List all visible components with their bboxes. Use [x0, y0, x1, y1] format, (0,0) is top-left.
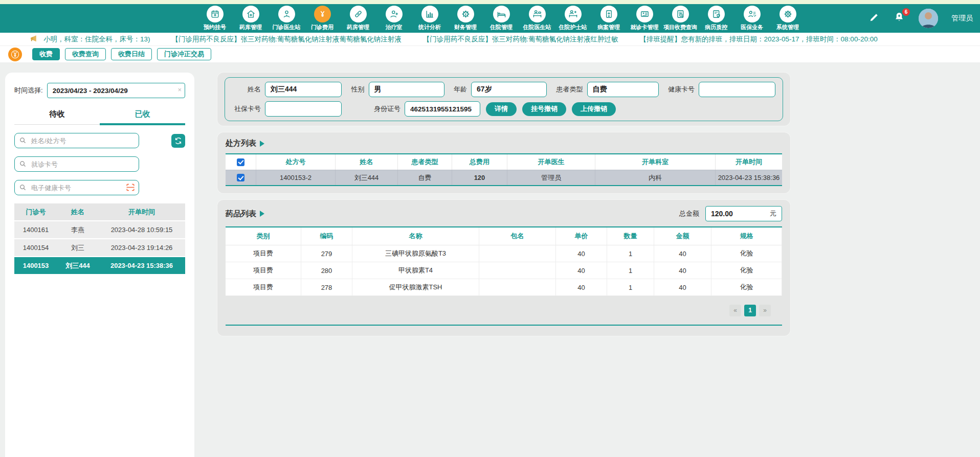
age-label: 年龄: [454, 85, 467, 94]
nav-item-2[interactable]: 药库管理: [233, 6, 269, 31]
age-field[interactable]: [471, 82, 547, 97]
nav-item-7[interactable]: 统计分析: [412, 6, 448, 31]
nav-item-16[interactable]: 医保业务: [734, 6, 770, 31]
date-range-input[interactable]: [47, 83, 185, 98]
scan-barcode-icon[interactable]: [126, 183, 135, 194]
social-card-field[interactable]: [265, 101, 342, 117]
nurse-bed-icon: [565, 6, 582, 22]
tab-pending[interactable]: 待收: [14, 105, 100, 124]
nav-item-14[interactable]: 项目收费查询: [662, 6, 698, 31]
notification-bell-icon[interactable]: 6: [893, 11, 905, 26]
prescription-row[interactable]: 1400153-2刘三444自费120管理员内科2023-04-23 15:38…: [226, 170, 782, 185]
select-all-checkbox[interactable]: [237, 158, 244, 166]
name-label: 姓名: [230, 85, 261, 94]
function-tab-4[interactable]: 门诊冲正交易: [157, 48, 211, 60]
search-visitcard-input[interactable]: [14, 156, 139, 172]
visit-col-header: 姓名: [57, 203, 98, 220]
nav-item-12[interactable]: 病案管理: [591, 6, 627, 31]
total-amount-label: 总金额: [679, 209, 699, 218]
nav-item-1[interactable]: 预约挂号: [197, 6, 233, 31]
edit-pencil-icon[interactable]: [868, 12, 880, 25]
search-icon: [19, 136, 27, 146]
nav-item-15[interactable]: 病历质控: [698, 6, 734, 31]
visit-row[interactable]: 1400153 刘三444 2023-04-23 15:38:36: [14, 256, 185, 274]
visit-table: 门诊号姓名开单时间 1400161 李燕 2023-04-28 10:59:15…: [14, 203, 185, 274]
pill-icon: [350, 6, 367, 22]
search-ehealth-input[interactable]: [14, 180, 139, 195]
gender-field[interactable]: [369, 82, 444, 97]
health-card-field[interactable]: [699, 82, 775, 97]
prescription-col-header: 开单医生: [507, 154, 595, 170]
nav-right: 6 管理员: [868, 9, 973, 28]
function-tab-2[interactable]: 收费查询: [65, 48, 106, 60]
drug-col-header: 规格: [711, 227, 782, 245]
drug-row[interactable]: 项目费278促甲状腺激素TSH40140化验: [226, 279, 782, 296]
detail-button[interactable]: 详情: [486, 102, 517, 116]
search-name-input[interactable]: [14, 133, 139, 148]
cancel-registration-button[interactable]: 挂号撤销: [522, 102, 566, 116]
drug-col-header: 数量: [607, 227, 654, 245]
prescription-table-head: 处方号姓名患者类型总费用开单医生开单科室开单时间: [226, 154, 782, 170]
drug-row[interactable]: 项目费279三碘甲状腺原氨酸T340140化验: [226, 245, 782, 262]
nav-item-10[interactable]: 住院医生站: [519, 6, 555, 31]
visit-row[interactable]: 1400154 刘三 2023-04-23 19:14:26: [14, 238, 185, 256]
date-clear-icon[interactable]: ×: [177, 86, 182, 93]
card-icon: [636, 6, 653, 22]
collection-tabs: 待收 已收: [14, 105, 185, 125]
function-tab-3[interactable]: 收费日结: [111, 48, 152, 60]
prescription-col-header: 开单科室: [595, 154, 716, 170]
prescription-col-header: 处方号: [256, 154, 336, 170]
bed-icon: [493, 6, 510, 22]
name-field[interactable]: [265, 82, 342, 97]
user-avatar[interactable]: [919, 9, 938, 28]
drug-col-header: 金额: [654, 227, 711, 245]
row-checkbox[interactable]: [237, 174, 244, 181]
function-tab-1[interactable]: 收费: [32, 48, 60, 60]
page-1-button[interactable]: 1: [744, 305, 756, 316]
notice-bar: 小明，科室：住院全科，床号：13) 【门诊用药不良反应】张三对药物:葡萄糖氯化钠…: [0, 33, 980, 46]
drug-col-header: 类别: [226, 227, 301, 245]
nav-item-5[interactable]: 药房管理: [340, 6, 376, 31]
nav-item-9[interactable]: 住院管理: [483, 6, 519, 31]
drug-table-head: 类别编码名称包名单价数量金额规格: [226, 227, 782, 245]
total-amount-field[interactable]: [711, 210, 762, 218]
drug-col-header: 单价: [556, 227, 607, 245]
user-name[interactable]: 管理员: [951, 14, 973, 23]
patient-type-field[interactable]: [587, 82, 659, 97]
select-all-cell: [226, 154, 256, 170]
id-number-field[interactable]: [405, 101, 480, 117]
gender-label: 性别: [351, 85, 365, 94]
health-card-label: 健康卡号: [668, 85, 695, 94]
nav-item-17[interactable]: 系统管理: [770, 6, 806, 31]
page-next-button[interactable]: »: [759, 305, 771, 316]
nav-item-3[interactable]: 门诊医生站: [269, 6, 304, 31]
main-area: 时间选择: × 待收 已收: [0, 62, 980, 457]
expand-triangle-icon[interactable]: [260, 141, 264, 147]
tab-received[interactable]: 已收: [100, 105, 185, 124]
prescription-col-header: 总费用: [452, 154, 507, 170]
nav-item-13[interactable]: 就诊卡管理: [627, 6, 662, 31]
nav-item-11[interactable]: 住院护士站: [555, 6, 591, 31]
refresh-button[interactable]: [171, 134, 185, 148]
function-tab-row: 收费收费查询收费日结门诊冲正交易: [0, 46, 980, 62]
chart-icon: [421, 6, 438, 22]
nav-item-8[interactable]: 财务管理: [448, 6, 483, 31]
nav-item-4[interactable]: 门诊费用: [304, 6, 340, 31]
top-strip: [0, 0, 980, 4]
page-prev-button[interactable]: «: [729, 305, 741, 316]
drug-row[interactable]: 项目费280甲状腺素T440140化验: [226, 262, 782, 279]
prescription-card: 处方列表 处方号姓名患者类型总费用开单医生开单科室开单时间 1400153-2刘…: [217, 132, 790, 193]
notice-schedule: 【排班提醒】您有新的排班，排班日期：2023-05-17，排班时间：08:00-…: [640, 35, 878, 44]
nav-item-6[interactable]: 治疗室: [376, 6, 412, 31]
expand-triangle-icon[interactable]: [260, 211, 264, 217]
drug-col-header: 名称: [352, 227, 479, 245]
file-shield-icon: [708, 6, 725, 22]
gear-yen-icon: [457, 6, 474, 22]
visit-table-rows: 1400161 李燕 2023-04-28 10:59:15 1400154 刘…: [14, 220, 185, 274]
drug-card: 药品列表 总金额 元 类别编码名称包名单价数量金额规格 项目费279三碘甲状腺原…: [217, 200, 790, 336]
cancel-upload-button[interactable]: 上传撤销: [572, 102, 616, 116]
visit-row[interactable]: 1400161 李燕 2023-04-28 10:59:15: [14, 220, 185, 238]
doc-search-icon: [672, 6, 689, 22]
drug-list-title: 药品列表: [226, 209, 256, 219]
notice-adverse-2: 【门诊用药不良反应】张三对药物:葡萄糖氯化钠注射液红肿过敏: [423, 35, 618, 44]
